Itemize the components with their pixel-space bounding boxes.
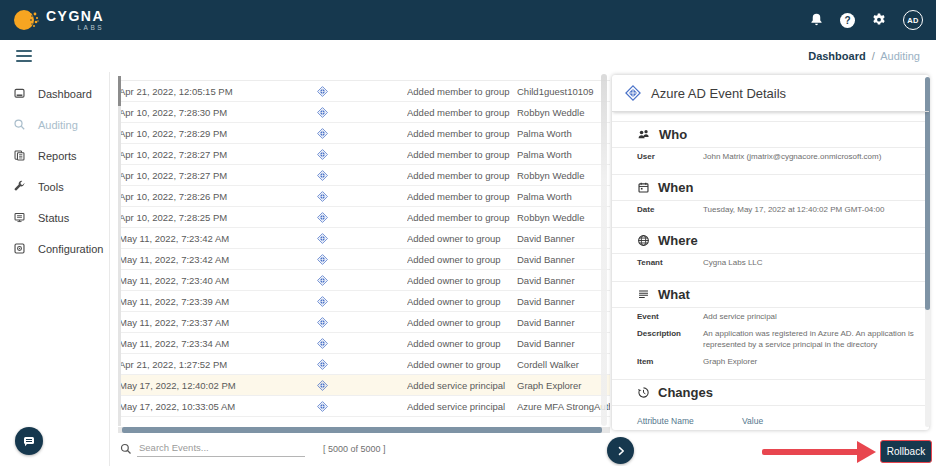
table-row[interactable]: Apr 10, 2022, 7:28:29 PMAdded member to … <box>118 123 610 144</box>
panel-body: WhoUserJohn Matrix (jmatrix@cygnacore.on… <box>612 121 929 430</box>
table-row[interactable]: May 11, 2022, 7:23:40 AMAdded owner to g… <box>118 270 610 291</box>
status-icon <box>13 211 26 224</box>
dashboard-icon <box>13 87 26 100</box>
azure-ad-icon <box>317 254 328 265</box>
annotation-arrow-head <box>857 441 876 463</box>
sidebar-item-auditing[interactable]: Auditing <box>0 109 109 140</box>
event-user: David Banner <box>517 338 610 349</box>
event-action: Added member to group <box>407 149 517 160</box>
table-right-scrollbar[interactable] <box>601 74 607 426</box>
event-source-cell <box>298 380 407 391</box>
event-date: May 11, 2022, 7:23:34 AM <box>119 338 298 349</box>
panel-collapse-button[interactable] <box>607 437 634 464</box>
sidebar-item-status[interactable]: Status <box>0 202 109 233</box>
breadcrumb: Dashboard / Auditing <box>808 50 920 62</box>
sidebar-item-tools[interactable]: Tools <box>0 171 109 202</box>
breadcrumb-dashboard[interactable]: Dashboard <box>808 50 865 62</box>
azure-ad-icon <box>317 233 328 244</box>
event-source-cell <box>298 149 407 160</box>
table-row[interactable]: May 17, 2022, 12:40:02 PMAdded service p… <box>118 375 610 396</box>
table-horizontal-scrollbar[interactable] <box>118 427 610 433</box>
event-user: Azure MFA StrongAuthenti <box>517 401 610 412</box>
event-action: Added owner to group <box>407 317 517 328</box>
event-action: Added owner to group <box>407 233 517 244</box>
azure-ad-icon <box>317 359 328 370</box>
list-icon <box>637 288 650 301</box>
panel-vertical-scrollbar[interactable] <box>925 77 930 427</box>
sidebar-item-label: Reports <box>38 150 77 162</box>
field-value: Cygna Labs LLC <box>703 257 917 268</box>
menu-toggle-icon[interactable] <box>16 47 32 65</box>
search-input[interactable] <box>137 440 305 457</box>
event-user: Palma Worth <box>517 128 610 139</box>
event-action: Added member to group <box>407 128 517 139</box>
event-date: Apr 21, 2022, 1:27:52 PM <box>119 359 298 370</box>
event-user: David Banner <box>517 233 610 244</box>
table-row[interactable]: May 11, 2022, 7:23:37 AMAdded owner to g… <box>118 312 610 333</box>
user-avatar[interactable]: AD <box>903 10 923 30</box>
event-date: Apr 10, 2022, 7:28:27 PM <box>119 170 298 181</box>
report-icon <box>13 149 26 162</box>
table-row[interactable]: Apr 10, 2022, 7:28:27 PMAdded member to … <box>118 144 610 165</box>
rollback-button[interactable]: Rollback <box>880 440 932 463</box>
azure-ad-icon <box>317 149 328 160</box>
logo-subtitle: LABS <box>77 25 104 32</box>
event-source-cell <box>298 359 407 370</box>
sidebar-item-configuration[interactable]: Configuration <box>0 233 109 264</box>
event-source-cell <box>298 191 407 202</box>
sidebar-item-reports[interactable]: Reports <box>0 140 109 171</box>
bell-icon[interactable] <box>809 12 824 28</box>
panel-header: Azure AD Event Details <box>612 75 929 112</box>
table-row[interactable]: May 11, 2022, 7:23:34 AMAdded owner to g… <box>118 333 610 354</box>
table-row[interactable]: May 11, 2022, 7:23:42 AMAdded owner to g… <box>118 228 610 249</box>
gear-icon[interactable] <box>871 12 887 28</box>
table-row[interactable]: May 17, 2022, 10:33:05 AMAdded service p… <box>118 396 610 417</box>
table-row[interactable]: Apr 10, 2022, 7:28:27 PMAdded member to … <box>118 165 610 186</box>
search-bar: [ 5000 of 5000 ] <box>120 440 386 457</box>
azure-ad-icon <box>317 380 328 391</box>
table-row[interactable]: Apr 21, 2022, 1:27:52 PMAdded owner to g… <box>118 354 610 375</box>
table-row[interactable]: Apr 10, 2022, 7:28:25 PMAdded member to … <box>118 207 610 228</box>
sidebar-item-dashboard[interactable]: Dashboard <box>0 78 109 109</box>
field-label: Date <box>637 204 703 215</box>
event-date: May 17, 2022, 10:33:05 AM <box>119 401 298 412</box>
field-label: Description <box>637 328 703 350</box>
detail-field: ItemGraph Explorer <box>612 353 929 370</box>
cygna-logo: CYGNA LABS <box>13 7 104 33</box>
event-source-cell <box>298 338 407 349</box>
detail-field: DateTuesday, May 17, 2022 at 12:40:02 PM… <box>612 201 929 218</box>
event-user: Robbyn Weddle <box>517 212 610 223</box>
sidebar-item-label: Status <box>38 212 69 224</box>
table-row[interactable]: Apr 10, 2022, 7:28:30 PMAdded member to … <box>118 102 610 123</box>
event-user: Cordell Walker <box>517 359 610 370</box>
event-action: Added member to group <box>407 107 517 118</box>
event-source-cell <box>298 275 407 286</box>
sidebar-item-label: Auditing <box>38 119 78 131</box>
event-source-cell <box>298 401 407 412</box>
field-label: User <box>637 151 703 162</box>
event-source-cell <box>298 128 407 139</box>
help-icon[interactable]: ? <box>840 13 855 28</box>
event-action: Added owner to group <box>407 275 517 286</box>
table-vertical-scrollbar[interactable] <box>118 76 121 426</box>
table-row[interactable]: May 11, 2022, 7:23:39 AMAdded owner to g… <box>118 291 610 312</box>
table-row[interactable]: Apr 10, 2022, 7:28:26 PMAdded member to … <box>118 186 610 207</box>
changes-col-value: Value <box>742 416 917 426</box>
event-action: Added owner to group <box>407 254 517 265</box>
table-row[interactable]: Apr 21, 2022, 12:05:15 PMAdded member to… <box>118 81 610 102</box>
event-source-cell <box>298 107 407 118</box>
event-user: Robbyn Weddle <box>517 170 610 181</box>
event-date: Apr 10, 2022, 7:28:26 PM <box>119 191 298 202</box>
azure-ad-icon <box>317 107 328 118</box>
sidebar: DashboardAuditingReportsToolsStatusConfi… <box>0 72 110 466</box>
event-user: Robbyn Weddle <box>517 107 610 118</box>
chat-fab-button[interactable] <box>15 427 43 455</box>
event-source-cell <box>298 296 407 307</box>
sidebar-item-label: Tools <box>38 181 64 193</box>
table-row[interactable]: May 11, 2022, 7:23:42 AMAdded owner to g… <box>118 249 610 270</box>
azure-ad-icon <box>317 275 328 286</box>
azure-ad-icon <box>317 191 328 202</box>
azure-ad-icon <box>317 317 328 328</box>
event-source-cell <box>298 254 407 265</box>
event-action: Added owner to group <box>407 338 517 349</box>
